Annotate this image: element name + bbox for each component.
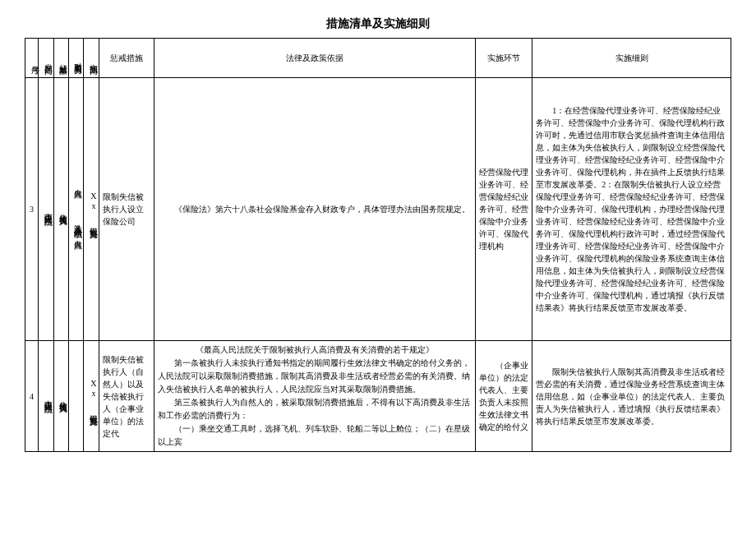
cell-detail: 1：在经营保险代理业务许可、经营保险经纪业务许可、经营保险中介业务许可、保险代理… (532, 78, 731, 341)
col-detail: 实施细则 (532, 39, 731, 78)
cell-dept2: Xx 银保监分局 (84, 341, 99, 452)
cell-step: 经营保险代理业务许可、经营保险经纪业务许可、经营保险中介业务许可、保险代理机构 (476, 78, 532, 341)
cell-target: 失信被执行人 (53, 341, 68, 452)
page-title: 措施清单及实施细则 (25, 16, 731, 31)
col-step: 实施环节 (476, 39, 532, 78)
cell-other: 自然人 法人及非法人组织、自然人 (68, 78, 83, 341)
header-row: 序号 发起部门 惩戒对象 对类引相人另 实施部门 惩戒措施 法律及政策依据 实施… (25, 39, 731, 78)
cell-step: （企事业单位）的法定代表人、主要负责人未按照生效法律文书确定的给付义 (476, 341, 532, 452)
cell-dept1: 市中级人民法院 (39, 341, 53, 452)
col-measure: 惩戒措施 (99, 39, 154, 78)
col-target: 惩戒对象 (53, 39, 68, 78)
cell-seq: 3 (25, 78, 39, 341)
col-seq: 序号 (25, 39, 39, 78)
cell-dept2: Xx 银保监分局 (84, 78, 99, 341)
main-table: 序号 发起部门 惩戒对象 对类引相人另 实施部门 惩戒措施 法律及政策依据 实施… (25, 38, 731, 452)
col-basis: 法律及政策依据 (154, 39, 476, 78)
cell-target: 失信被执行人 (53, 78, 68, 341)
cell-basis: 《保险法》第六十八条社会保险基金存入财政专户，具体管理办法由国务院规定。 (154, 78, 476, 341)
cell-measure: 限制失信被执行人设立保险公司 (99, 78, 154, 341)
col-dept2: 实施部门 (84, 39, 99, 78)
cell-seq: 4 (25, 341, 39, 452)
cell-dept1: 市中级人民法院 (39, 78, 53, 341)
cell-detail: 限制失信被执行人限制其高消费及非生活或者经营必需的有关消费，通过保险业务经营系统… (532, 341, 731, 452)
table-row: 3 市中级人民法院 失信被执行人 自然人 法人及非法人组织、自然人 Xx 银保监… (25, 78, 731, 341)
cell-measure: 限制失信被执行人（自然人）以及失信被执行人（企事业单位）的法定代 (99, 341, 154, 452)
cell-other (68, 341, 83, 452)
col-dept1: 发起部门 (39, 39, 53, 78)
table-row: 4 市中级人民法院 失信被执行人 Xx 银保监分局 限制失信被执行人（自然人）以… (25, 341, 731, 452)
col-other: 对类引相人另 (68, 39, 83, 78)
cell-basis: 《最高人民法院关于限制被执行人高消费及有关消费的若干规定》 第一条被执行人未按执… (154, 341, 476, 452)
